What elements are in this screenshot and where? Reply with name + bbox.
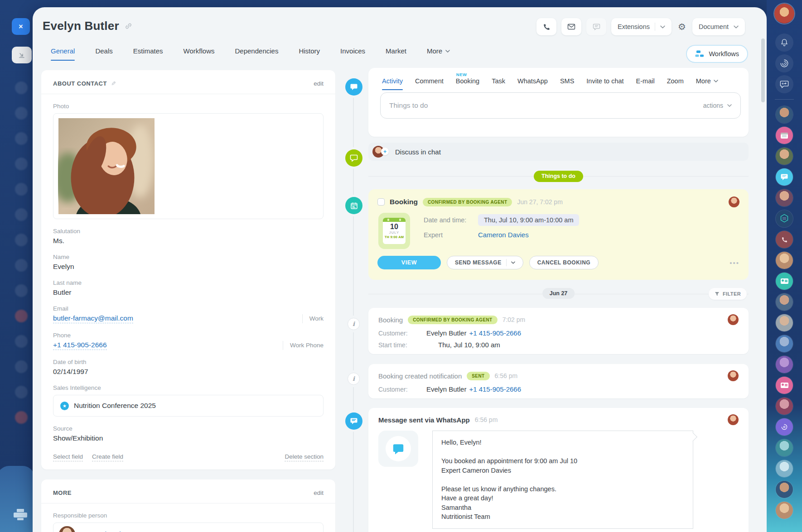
last-name-value[interactable]: Butler bbox=[53, 288, 324, 297]
actions-dropdown[interactable]: actions bbox=[703, 102, 732, 109]
activity-stream-icon[interactable] bbox=[345, 78, 362, 96]
tab-market[interactable]: Market bbox=[386, 47, 406, 61]
tab-invoices[interactable]: Invoices bbox=[340, 47, 365, 61]
chat-avatar[interactable] bbox=[776, 252, 793, 269]
info-rail-icon[interactable]: i bbox=[348, 373, 360, 385]
pencil-icon[interactable]: ✎ bbox=[111, 80, 116, 87]
timeline-entry-booking[interactable]: Booking CONFIRMED BY BOOKING AGENT 7:02 … bbox=[368, 308, 749, 354]
create-field-link[interactable]: Create field bbox=[92, 453, 123, 461]
chat-avatar[interactable] bbox=[776, 106, 793, 123]
tab-zoom[interactable]: Zoom bbox=[667, 77, 684, 90]
things-to-do-separator: Things to do bbox=[368, 171, 749, 182]
timeline-column: Activity Comment NEWBooking Task WhatsAp… bbox=[368, 68, 749, 532]
close-button[interactable]: × bbox=[12, 18, 30, 35]
chat-avatar[interactable] bbox=[776, 460, 793, 477]
timeline-entry-notification[interactable]: Booking created notification SENT 6:56 p… bbox=[368, 364, 749, 398]
chat-avatar[interactable] bbox=[776, 148, 793, 165]
chat-item-calendar[interactable] bbox=[776, 127, 793, 144]
customer-phone-link[interactable]: +1 415-905-2666 bbox=[469, 385, 521, 393]
settings-button[interactable]: ⚙ bbox=[676, 21, 687, 32]
edit-link[interactable]: edit bbox=[314, 489, 324, 496]
tab-email[interactable]: E-mail bbox=[636, 77, 655, 90]
dob-value[interactable]: 02/14/1997 bbox=[53, 368, 324, 376]
notifications-button[interactable] bbox=[775, 34, 793, 52]
chat-transfer-button[interactable] bbox=[775, 75, 793, 93]
chat-item-messages[interactable] bbox=[776, 168, 793, 186]
tab-more[interactable]: More bbox=[427, 47, 450, 61]
todo-input-box[interactable]: actions bbox=[380, 92, 741, 119]
tab-history[interactable]: History bbox=[299, 47, 320, 61]
tab-activity[interactable]: Activity bbox=[382, 77, 403, 90]
customer-phone-link[interactable]: +1 415-905-2666 bbox=[469, 329, 521, 337]
chat-avatar[interactable] bbox=[776, 314, 793, 331]
chat-button[interactable] bbox=[586, 18, 606, 35]
entry-title: Booking created notification bbox=[378, 372, 462, 380]
booking-checkbox[interactable] bbox=[377, 198, 385, 206]
select-field-link[interactable]: Select field bbox=[53, 453, 83, 461]
chat-avatar[interactable] bbox=[776, 398, 793, 415]
tab-deals[interactable]: Deals bbox=[95, 47, 112, 61]
scrollbar[interactable] bbox=[761, 38, 765, 102]
timeline-entry-whatsapp[interactable]: Message sent via WhatsApp 6:56 pm Hello,… bbox=[368, 408, 749, 532]
chat-avatar[interactable] bbox=[776, 189, 793, 206]
chat-item-call[interactable] bbox=[776, 231, 793, 248]
tab-comment[interactable]: Comment bbox=[415, 77, 444, 90]
chat-avatar[interactable] bbox=[776, 293, 793, 311]
date-separator[interactable]: Jun 27 bbox=[542, 288, 575, 299]
tab-general[interactable]: General bbox=[51, 47, 75, 61]
printer-icon[interactable] bbox=[14, 509, 27, 521]
filter-button[interactable]: FILTER bbox=[709, 288, 747, 300]
photo-field[interactable] bbox=[53, 113, 324, 219]
tab-whatsapp[interactable]: WhatsApp bbox=[517, 77, 548, 90]
workflows-button[interactable]: Workflows bbox=[686, 45, 748, 63]
expert-name-link[interactable]: Cameron Davies bbox=[478, 231, 529, 239]
tab-sms[interactable]: SMS bbox=[560, 77, 574, 90]
salutation-value[interactable]: Ms. bbox=[53, 237, 324, 245]
tab-booking[interactable]: NEWBooking bbox=[456, 77, 479, 90]
view-button[interactable]: VIEW bbox=[377, 256, 441, 269]
email-value[interactable]: butler-farmacy@mail.com bbox=[53, 314, 133, 323]
chat-avatar[interactable] bbox=[776, 439, 793, 456]
booking-rail-icon[interactable] bbox=[345, 197, 362, 214]
phone-value[interactable]: +1 415-905-2666 bbox=[53, 341, 107, 350]
link-icon[interactable] bbox=[125, 22, 132, 30]
delete-section-link[interactable]: Delete section bbox=[285, 453, 324, 461]
chat-rail-icon[interactable] bbox=[345, 149, 362, 167]
chat-item-contact-card[interactable] bbox=[776, 377, 793, 394]
message-rail-icon[interactable] bbox=[345, 412, 362, 430]
chat-item-spiral[interactable] bbox=[776, 418, 793, 436]
todo-input[interactable] bbox=[389, 101, 703, 110]
tab-invite-to-chat[interactable]: Invite to chat bbox=[586, 77, 623, 90]
tab-task[interactable]: Task bbox=[492, 77, 505, 90]
extensions-dropdown[interactable]: Extensions bbox=[611, 18, 672, 35]
tab-dependencies[interactable]: Dependencies bbox=[235, 47, 279, 61]
more-actions-button[interactable]: ••• bbox=[730, 259, 739, 267]
responsible-person-name[interactable]: Samantha Simpson bbox=[81, 530, 142, 532]
support-button[interactable] bbox=[775, 54, 793, 72]
message-line bbox=[441, 475, 684, 484]
collapse-panel-button[interactable] bbox=[12, 47, 32, 63]
info-rail-icon[interactable]: i bbox=[348, 318, 360, 330]
user-avatar[interactable] bbox=[774, 4, 794, 24]
email-button[interactable] bbox=[561, 18, 581, 35]
send-message-button[interactable]: SEND MESSAGE bbox=[447, 256, 523, 269]
call-button[interactable] bbox=[536, 18, 556, 35]
document-dropdown[interactable]: Document bbox=[692, 18, 745, 35]
sales-intelligence-field[interactable]: ★ Nutrition Conference 2025 bbox=[53, 395, 324, 417]
chat-avatar[interactable] bbox=[776, 502, 793, 519]
tab-more[interactable]: More bbox=[696, 77, 718, 90]
discuss-in-chat-row[interactable]: + Discuss in chat bbox=[368, 143, 749, 161]
name-value[interactable]: Evelyn bbox=[53, 263, 324, 271]
calendar-tile[interactable]: 10 JULY TH 9:00 AM bbox=[378, 213, 410, 249]
tab-workflows[interactable]: Workflows bbox=[184, 47, 215, 61]
chat-item-hexagon[interactable] bbox=[776, 210, 793, 227]
chat-avatar[interactable] bbox=[776, 481, 793, 498]
chat-item-contact-card[interactable] bbox=[776, 273, 793, 290]
responsible-person-field[interactable]: Samantha Simpson bbox=[53, 522, 324, 532]
edit-link[interactable]: edit bbox=[314, 80, 324, 87]
source-value[interactable]: Show/Exhibition bbox=[53, 434, 324, 442]
cancel-booking-button[interactable]: CANCEL BOOKING bbox=[529, 256, 599, 269]
tab-estimates[interactable]: Estimates bbox=[133, 47, 163, 61]
chat-avatar[interactable] bbox=[776, 356, 793, 373]
chat-avatar[interactable] bbox=[776, 335, 793, 352]
